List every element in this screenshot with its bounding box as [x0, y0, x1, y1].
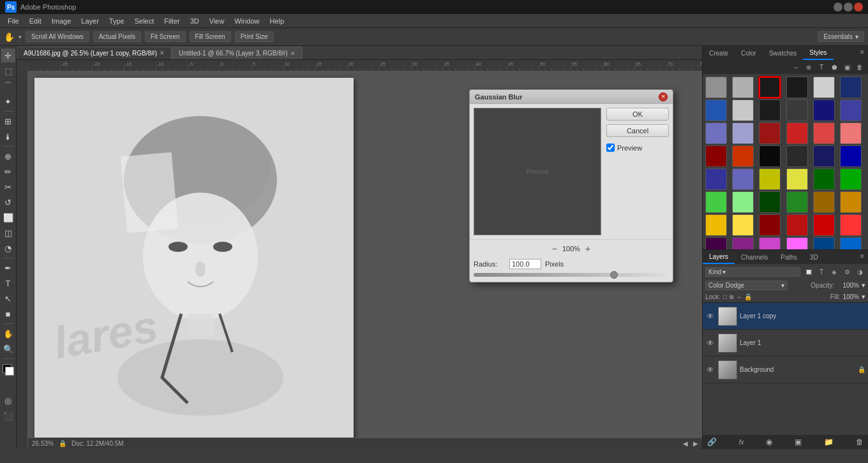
cancel-button[interactable]: Cancel: [606, 124, 669, 137]
menu-file[interactable]: File: [3, 16, 24, 26]
selection-tool[interactable]: ⬚: [1, 64, 15, 78]
menu-layer[interactable]: Layer: [76, 16, 104, 26]
style-swatch-29[interactable]: [840, 168, 862, 190]
style-swatch-6[interactable]: [705, 99, 727, 121]
style-swatch-35[interactable]: [840, 191, 862, 213]
filter-icon-type[interactable]: T: [816, 266, 827, 277]
opacity-value[interactable]: 100%: [837, 282, 859, 289]
style-swatch-7[interactable]: [732, 99, 754, 121]
print-size-button[interactable]: Print Size: [235, 31, 274, 42]
style-swatch-1[interactable]: [732, 77, 754, 98]
style-swatch-43[interactable]: [732, 237, 754, 250]
layer-group-btn[interactable]: 📁: [822, 437, 835, 446]
menu-type[interactable]: Type: [104, 16, 130, 26]
layers-filter-dropdown[interactable]: Kind ▾: [705, 267, 800, 277]
tool-dropdown-arrow[interactable]: ▾: [19, 34, 22, 40]
layers-tab-channels[interactable]: Channels: [735, 250, 774, 264]
move-tool[interactable]: ✛: [1, 48, 15, 62]
brush-tool[interactable]: ✏: [1, 165, 15, 179]
style-swatch-10[interactable]: [813, 99, 835, 121]
style-swatch-24[interactable]: [705, 168, 727, 190]
minimize-button[interactable]: [834, 3, 842, 11]
filter-icon-shape[interactable]: ◈: [828, 266, 840, 277]
styles-tab-styles[interactable]: Styles: [803, 46, 833, 60]
styles-tab-swatches[interactable]: Swatches: [763, 46, 803, 60]
nav-left[interactable]: ◀: [683, 440, 688, 447]
menu-edit[interactable]: Edit: [24, 16, 47, 26]
essentials-dropdown[interactable]: Essentials ▾: [818, 31, 864, 42]
dodge-tool[interactable]: ◔: [1, 241, 15, 255]
gradient-tool[interactable]: ◫: [1, 226, 15, 240]
eraser-tool[interactable]: ⬜: [1, 210, 15, 224]
clone-stamp-tool[interactable]: ✂: [1, 180, 15, 194]
maximize-button[interactable]: [844, 3, 853, 11]
menu-image[interactable]: Image: [47, 16, 77, 26]
type-tool[interactable]: T: [1, 276, 15, 290]
scroll-all-windows-button[interactable]: Scroll All Windows: [26, 31, 89, 42]
style-swatch-13[interactable]: [732, 122, 754, 144]
lasso-tool[interactable]: ⌒: [1, 79, 15, 93]
fill-screen-button[interactable]: Fill Screen: [190, 31, 231, 42]
panel-icon-5[interactable]: ▣: [841, 61, 853, 73]
style-swatch-45[interactable]: [786, 237, 808, 250]
zoom-out-button[interactable]: −: [552, 244, 557, 254]
menu-window[interactable]: Window: [229, 16, 264, 26]
layer-delete-btn[interactable]: 🗑: [854, 437, 865, 446]
style-swatch-23[interactable]: [840, 145, 862, 167]
foreground-color[interactable]: [1, 363, 15, 377]
panel-icon-1[interactable]: ↔: [790, 61, 802, 73]
layer-mask-btn[interactable]: ◉: [764, 437, 774, 446]
panel-icon-3[interactable]: T: [816, 61, 827, 73]
filter-icon-smart[interactable]: ⚙: [841, 266, 853, 277]
tab-0-close[interactable]: ✕: [160, 50, 165, 56]
style-swatch-14[interactable]: [759, 122, 781, 144]
layer-visibility-2[interactable]: 👁: [705, 365, 715, 374]
fill-value[interactable]: 100%: [842, 293, 859, 300]
radius-slider-track[interactable]: [474, 273, 669, 277]
layer-adjustment-btn[interactable]: ▣: [793, 437, 804, 446]
style-swatch-34[interactable]: [813, 191, 835, 213]
menu-help[interactable]: Help: [265, 16, 290, 26]
panel-icon-2[interactable]: ⊕: [803, 61, 814, 73]
style-swatch-36[interactable]: [705, 214, 727, 236]
layer-fx-btn[interactable]: fx: [737, 439, 746, 446]
menu-select[interactable]: Select: [130, 16, 160, 26]
style-swatch-31[interactable]: [732, 191, 754, 213]
layer-link-btn[interactable]: 🔗: [705, 437, 719, 446]
style-swatch-12[interactable]: [705, 122, 727, 144]
hand-tool[interactable]: ✋: [1, 327, 15, 341]
ok-button[interactable]: OK: [606, 108, 669, 121]
path-selection-tool[interactable]: ↖: [1, 291, 15, 305]
blend-mode-dropdown[interactable]: Color Dodge ▾: [705, 281, 788, 290]
layer-item-1[interactable]: 👁 Layer 1: [703, 330, 868, 356]
lock-transparent[interactable]: □: [723, 293, 727, 300]
filter-icon-adj[interactable]: ◑: [854, 266, 865, 277]
radius-input[interactable]: [509, 259, 541, 269]
menu-view[interactable]: View: [204, 16, 230, 26]
preview-checkbox[interactable]: [606, 143, 615, 152]
lock-image[interactable]: ⊕: [729, 293, 734, 300]
style-swatch-16[interactable]: [813, 122, 835, 144]
style-swatch-28[interactable]: [813, 168, 835, 190]
layer-visibility-1[interactable]: 👁: [705, 339, 715, 348]
lock-all[interactable]: 🔒: [744, 293, 752, 300]
panel-icon-6[interactable]: 🗑: [854, 61, 865, 73]
style-swatch-0[interactable]: [705, 77, 727, 98]
crop-tool[interactable]: ⊞: [1, 114, 15, 128]
style-swatch-9[interactable]: [786, 99, 808, 121]
zoom-in-button[interactable]: +: [585, 244, 590, 254]
style-swatch-25[interactable]: [732, 168, 754, 190]
shape-tool[interactable]: ■: [1, 307, 15, 321]
style-swatch-33[interactable]: [786, 191, 808, 213]
fit-screen-button[interactable]: Fit Screen: [145, 31, 186, 42]
menu-filter[interactable]: Filter: [159, 16, 184, 26]
style-swatch-32[interactable]: [759, 191, 781, 213]
style-swatch-40[interactable]: [813, 214, 835, 236]
layers-tab-layers[interactable]: Layers: [703, 250, 735, 264]
tab-1[interactable]: Untitled-1 @ 66.7% (Layer 3, RGB/8#) ✕: [172, 47, 303, 59]
style-swatch-21[interactable]: [786, 145, 808, 167]
radius-slider-thumb[interactable]: [610, 271, 618, 279]
style-swatch-5[interactable]: [840, 77, 862, 98]
style-swatch-2[interactable]: [759, 77, 781, 98]
style-swatch-19[interactable]: [732, 145, 754, 167]
